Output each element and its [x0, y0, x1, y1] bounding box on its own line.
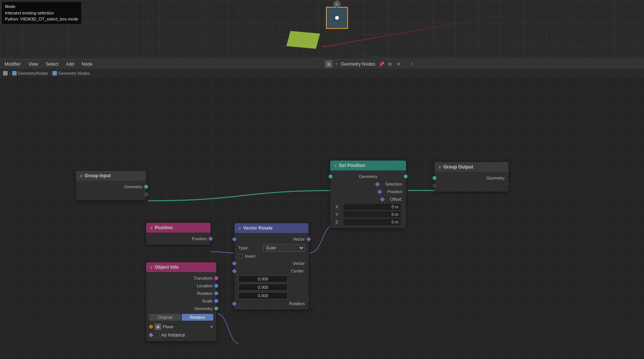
group-out-geo-label: Geometry [487, 176, 505, 180]
obj-info-as-instance-row: As Instance [146, 331, 216, 339]
node-group-output[interactable]: ∨ Group Output Geometry [435, 162, 509, 192]
menu-modifier[interactable]: Modifier [3, 61, 22, 68]
set-pos-z-label: Z [335, 220, 341, 224]
tooltip-line2: Intersect existing selection [5, 10, 78, 16]
obj-info-geo-socket[interactable] [214, 307, 218, 310]
menu-add[interactable]: Add [65, 61, 76, 68]
vec-rot-vec-in-row: Vector [235, 260, 309, 267]
as-instance-checkbox[interactable] [154, 332, 160, 338]
set-pos-x-label: X [335, 205, 341, 209]
set-pos-sel-row: Selection [330, 180, 406, 188]
node-set-position[interactable]: ∨ Set Position Geometry Selection Positi… [330, 161, 406, 228]
editor-type-sep: ▾ [335, 61, 338, 66]
vector-rotate-title: Vector Rotate [243, 225, 272, 231]
overlay-button[interactable]: ☽ [408, 61, 415, 68]
group-out-extra-socket[interactable] [433, 184, 436, 187]
obj-info-location-socket[interactable] [214, 284, 218, 288]
set-pos-chevron: ∨ [334, 164, 337, 168]
cube-origin [335, 16, 339, 20]
vec-rot-type-row: Type: Euler Axis Angle X Axis Y Axis Z A… [235, 243, 309, 253]
vec-rot-center-x-row [235, 275, 309, 283]
menubar-center: ▦ ▾ Geometry Nodes 📌 ⧉ ✕ ☽ [99, 60, 641, 68]
menu-view[interactable]: View [27, 61, 40, 68]
obj-info-scale-socket[interactable] [214, 299, 218, 303]
set-pos-geo-out-socket[interactable] [404, 175, 408, 178]
breadcrumb-root[interactable] [3, 71, 8, 76]
vec-rot-center-z[interactable] [238, 292, 288, 299]
set-pos-pos-label: Position [387, 189, 402, 194]
set-pos-pos-socket[interactable] [377, 189, 382, 194]
node-position[interactable]: ∨ Position Position [146, 223, 211, 245]
position-out-socket[interactable] [209, 237, 213, 241]
set-pos-geo-in-socket[interactable] [329, 175, 332, 178]
set-pos-y-label: Y [335, 212, 341, 217]
bc-current-icon [52, 71, 57, 76]
obj-info-geo-row: Geometry [146, 305, 216, 312]
object-info-header: ∨ Object Info [146, 262, 216, 272]
viewport-3d[interactable]: Mode Intersect existing selection Python… [0, 0, 644, 59]
set-pos-offset-socket[interactable] [380, 197, 385, 202]
obj-info-rotation-label: Rotation [197, 291, 213, 296]
node-vector-rotate[interactable]: ∨ Vector Rotate Vector Type: Euler Axis … [235, 223, 309, 310]
menubar: Modifier View Select Add Node ▦ ▾ Geomet… [0, 59, 644, 69]
vec-rot-type-label: Type: [238, 246, 249, 250]
node-group-input[interactable]: ∨ Group Input Geometry [76, 171, 146, 200]
obj-info-relative-btn[interactable]: Relative [182, 314, 214, 321]
set-pos-x-row: X 0 m [330, 203, 406, 211]
set-pos-offset-row: Offset: [330, 195, 406, 203]
obj-info-scale-row: Scale [146, 297, 216, 305]
set-pos-y-val[interactable]: 0 m [343, 211, 401, 217]
node-editor-bg [0, 78, 644, 359]
set-pos-offset-label: Offset: [390, 197, 402, 202]
set-pos-y-row: Y 0 m [330, 211, 406, 218]
obj-info-scale-label: Scale [202, 299, 213, 303]
as-instance-label: As Instance [161, 332, 185, 338]
group-input-geometry-socket[interactable] [144, 185, 148, 189]
set-pos-sel-label: Selection [385, 182, 402, 186]
tooltip-box: Mode Intersect existing selection Python… [2, 2, 81, 24]
vec-rot-invert-row: Invert [235, 253, 309, 260]
node-object-info[interactable]: ∨ Object Info Transform Location Rotatio… [146, 262, 216, 341]
vec-rot-center-x[interactable] [238, 276, 288, 282]
obj-info-object-selector[interactable]: ▦ Plane ✕ [146, 322, 216, 331]
set-pos-x-val[interactable]: 0 m [343, 204, 401, 210]
vec-rot-rotation-row: Rotation [235, 300, 309, 307]
group-output-body: Geometry [435, 172, 509, 192]
close-button[interactable]: ✕ [395, 61, 402, 68]
obj-color-dot [149, 325, 153, 329]
pin-button[interactable]: 📌 [378, 61, 385, 68]
set-pos-z-val[interactable]: 0 m [343, 219, 401, 225]
group-input-extra-socket[interactable] [145, 193, 148, 196]
vec-rot-invert-label: Invert [245, 254, 255, 258]
vector-rotate-header: ∨ Vector Rotate [235, 223, 309, 233]
menu-node[interactable]: Node [80, 61, 94, 68]
vec-rot-type-select[interactable]: Euler Axis Angle X Axis Y Axis Z Axis [263, 244, 305, 252]
vec-rot-vector-label: Vector [293, 237, 305, 241]
group-out-geo-row: Geometry [435, 174, 509, 182]
vec-rot-invert-checkbox[interactable] [238, 254, 243, 258]
obj-info-rotation-socket[interactable] [214, 291, 218, 295]
set-pos-z-row: Z 0 m [330, 218, 406, 226]
set-pos-sel-socket[interactable] [375, 182, 380, 187]
breadcrumb-geo-nodes-item[interactable]: GeometryNodes [12, 71, 48, 76]
obj-info-original-btn[interactable]: Original [149, 314, 181, 321]
obj-info-transform-socket[interactable] [214, 276, 218, 280]
menubar-left: Modifier View Select Add Node [3, 61, 94, 68]
group-out-geo-socket[interactable] [433, 176, 436, 180]
obj-info-geo-label: Geometry [194, 306, 213, 311]
header-icons: 📌 ⧉ ✕ [378, 61, 402, 68]
node-editor[interactable]: ∨ Group Input Geometry ∨ Set Position [0, 78, 644, 359]
obj-clear-btn[interactable]: ✕ [210, 324, 213, 329]
editor-type-icon[interactable]: ▦ [325, 60, 332, 68]
obj-info-location-label: Location [197, 283, 213, 288]
vec-rot-center-y[interactable] [238, 284, 288, 291]
breadcrumb-current[interactable]: Geometry Nodes [52, 71, 90, 76]
group-output-header: ∨ Group Output [435, 162, 509, 172]
as-instance-dot [149, 333, 153, 337]
position-label: Position [192, 236, 207, 241]
breadcrumb-geo-nodes-label: GeometryNodes [18, 71, 48, 76]
obj-icon-box: ▦ [154, 323, 161, 330]
menu-select[interactable]: Select [44, 61, 60, 68]
breadcrumb-root-icon [3, 71, 8, 76]
duplicate-button[interactable]: ⧉ [387, 61, 394, 68]
